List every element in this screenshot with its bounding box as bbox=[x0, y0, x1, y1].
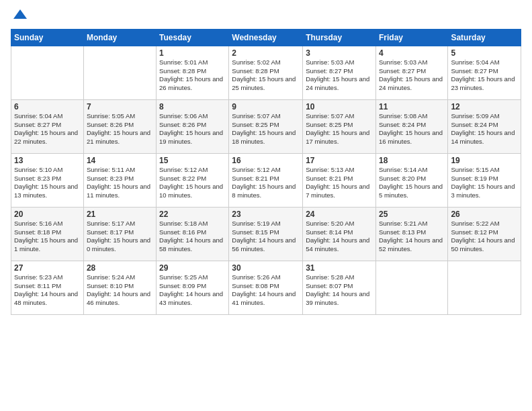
calendar-cell: 21Sunrise: 5:17 AMSunset: 8:17 PMDayligh… bbox=[83, 207, 156, 261]
calendar-cell: 6Sunrise: 5:04 AMSunset: 8:27 PMDaylight… bbox=[11, 99, 84, 153]
calendar-week-row: 27Sunrise: 5:23 AMSunset: 8:11 PMDayligh… bbox=[11, 261, 521, 314]
day-info: Sunrise: 5:12 AMSunset: 8:21 PMDaylight:… bbox=[232, 166, 300, 200]
day-number: 11 bbox=[379, 102, 445, 111]
day-number: 23 bbox=[232, 210, 300, 219]
day-number: 4 bbox=[379, 48, 445, 58]
calendar-cell: 10Sunrise: 5:07 AMSunset: 8:25 PMDayligh… bbox=[303, 99, 376, 153]
calendar-cell bbox=[448, 261, 521, 314]
day-info: Sunrise: 5:26 AMSunset: 8:08 PMDaylight:… bbox=[232, 273, 300, 308]
day-number: 2 bbox=[232, 48, 300, 58]
calendar-cell: 29Sunrise: 5:25 AMSunset: 8:09 PMDayligh… bbox=[157, 261, 229, 314]
day-number: 17 bbox=[306, 156, 373, 165]
day-number: 20 bbox=[14, 210, 81, 219]
calendar-cell: 19Sunrise: 5:15 AMSunset: 8:19 PMDayligh… bbox=[448, 153, 521, 207]
calendar-week-row: 20Sunrise: 5:16 AMSunset: 8:18 PMDayligh… bbox=[11, 207, 521, 261]
day-info: Sunrise: 5:16 AMSunset: 8:18 PMDaylight:… bbox=[14, 220, 81, 254]
calendar-cell: 22Sunrise: 5:18 AMSunset: 8:16 PMDayligh… bbox=[157, 207, 229, 261]
day-info: Sunrise: 5:21 AMSunset: 8:13 PMDaylight:… bbox=[379, 220, 445, 254]
day-info: Sunrise: 5:03 AMSunset: 8:27 PMDaylight:… bbox=[379, 58, 445, 93]
day-info: Sunrise: 5:14 AMSunset: 8:20 PMDaylight:… bbox=[379, 166, 445, 200]
calendar-cell bbox=[11, 46, 84, 99]
day-number: 1 bbox=[159, 48, 226, 58]
header bbox=[11, 8, 521, 24]
calendar-cell: 26Sunrise: 5:22 AMSunset: 8:12 PMDayligh… bbox=[448, 207, 521, 261]
calendar-week-row: 6Sunrise: 5:04 AMSunset: 8:27 PMDaylight… bbox=[11, 99, 521, 153]
day-info: Sunrise: 5:25 AMSunset: 8:09 PMDaylight:… bbox=[159, 273, 226, 308]
calendar-cell: 14Sunrise: 5:11 AMSunset: 8:23 PMDayligh… bbox=[83, 153, 156, 207]
day-info: Sunrise: 5:08 AMSunset: 8:24 PMDaylight:… bbox=[379, 112, 445, 146]
calendar-cell: 4Sunrise: 5:03 AMSunset: 8:27 PMDaylight… bbox=[375, 46, 447, 99]
day-info: Sunrise: 5:15 AMSunset: 8:19 PMDaylight:… bbox=[451, 166, 518, 200]
day-info: Sunrise: 5:07 AMSunset: 8:25 PMDaylight:… bbox=[306, 112, 373, 146]
day-number: 19 bbox=[451, 156, 518, 165]
day-info: Sunrise: 5:22 AMSunset: 8:12 PMDaylight:… bbox=[451, 220, 518, 254]
day-number: 7 bbox=[87, 102, 153, 111]
weekday-header: Tuesday bbox=[157, 29, 229, 46]
day-info: Sunrise: 5:04 AMSunset: 8:27 PMDaylight:… bbox=[451, 58, 518, 93]
day-number: 15 bbox=[159, 156, 226, 165]
day-info: Sunrise: 5:13 AMSunset: 8:21 PMDaylight:… bbox=[306, 166, 373, 200]
day-number: 16 bbox=[232, 156, 300, 165]
day-info: Sunrise: 5:05 AMSunset: 8:26 PMDaylight:… bbox=[87, 112, 153, 146]
day-number: 13 bbox=[14, 156, 81, 165]
day-info: Sunrise: 5:02 AMSunset: 8:28 PMDaylight:… bbox=[232, 58, 300, 93]
weekday-header: Friday bbox=[375, 29, 447, 46]
day-number: 6 bbox=[14, 102, 81, 111]
day-number: 12 bbox=[451, 102, 518, 111]
weekday-header: Thursday bbox=[303, 29, 376, 46]
day-info: Sunrise: 5:28 AMSunset: 8:07 PMDaylight:… bbox=[306, 273, 373, 308]
day-info: Sunrise: 5:12 AMSunset: 8:22 PMDaylight:… bbox=[159, 166, 226, 200]
day-info: Sunrise: 5:09 AMSunset: 8:24 PMDaylight:… bbox=[451, 112, 518, 146]
day-number: 31 bbox=[306, 263, 373, 273]
weekday-header: Wednesday bbox=[229, 29, 303, 46]
day-number: 27 bbox=[14, 263, 81, 273]
calendar-cell: 1Sunrise: 5:01 AMSunset: 8:28 PMDaylight… bbox=[157, 46, 229, 99]
day-number: 5 bbox=[451, 48, 518, 58]
logo-icon bbox=[12, 8, 28, 20]
calendar-cell: 16Sunrise: 5:12 AMSunset: 8:21 PMDayligh… bbox=[229, 153, 303, 207]
weekday-header: Monday bbox=[83, 29, 156, 46]
calendar-header-row: SundayMondayTuesdayWednesdayThursdayFrid… bbox=[11, 29, 521, 46]
calendar-cell: 9Sunrise: 5:07 AMSunset: 8:25 PMDaylight… bbox=[229, 99, 303, 153]
day-number: 29 bbox=[159, 263, 226, 273]
day-number: 21 bbox=[87, 210, 153, 219]
calendar-cell: 15Sunrise: 5:12 AMSunset: 8:22 PMDayligh… bbox=[157, 153, 229, 207]
weekday-header: Sunday bbox=[11, 29, 84, 46]
day-info: Sunrise: 5:18 AMSunset: 8:16 PMDaylight:… bbox=[159, 220, 226, 254]
calendar-cell: 25Sunrise: 5:21 AMSunset: 8:13 PMDayligh… bbox=[375, 207, 447, 261]
calendar-cell: 5Sunrise: 5:04 AMSunset: 8:27 PMDaylight… bbox=[448, 46, 521, 99]
day-number: 18 bbox=[379, 156, 445, 165]
day-number: 28 bbox=[87, 263, 153, 273]
calendar-cell: 13Sunrise: 5:10 AMSunset: 8:23 PMDayligh… bbox=[11, 153, 84, 207]
day-info: Sunrise: 5:17 AMSunset: 8:17 PMDaylight:… bbox=[87, 220, 153, 254]
weekday-header: Saturday bbox=[448, 29, 521, 46]
day-info: Sunrise: 5:04 AMSunset: 8:27 PMDaylight:… bbox=[14, 112, 81, 146]
day-number: 22 bbox=[159, 210, 226, 219]
day-number: 26 bbox=[451, 210, 518, 219]
calendar-cell bbox=[83, 46, 156, 99]
day-number: 30 bbox=[232, 263, 300, 273]
calendar-cell bbox=[375, 261, 447, 314]
calendar-cell: 2Sunrise: 5:02 AMSunset: 8:28 PMDaylight… bbox=[229, 46, 303, 99]
calendar-cell: 18Sunrise: 5:14 AMSunset: 8:20 PMDayligh… bbox=[375, 153, 447, 207]
day-number: 10 bbox=[306, 102, 373, 111]
day-info: Sunrise: 5:07 AMSunset: 8:25 PMDaylight:… bbox=[232, 112, 300, 146]
calendar-cell: 8Sunrise: 5:06 AMSunset: 8:26 PMDaylight… bbox=[157, 99, 229, 153]
svg-marker-0 bbox=[13, 9, 27, 19]
day-info: Sunrise: 5:24 AMSunset: 8:10 PMDaylight:… bbox=[87, 273, 153, 308]
calendar-cell: 30Sunrise: 5:26 AMSunset: 8:08 PMDayligh… bbox=[229, 261, 303, 314]
day-info: Sunrise: 5:11 AMSunset: 8:23 PMDaylight:… bbox=[87, 166, 153, 200]
day-info: Sunrise: 5:20 AMSunset: 8:14 PMDaylight:… bbox=[306, 220, 373, 254]
day-info: Sunrise: 5:06 AMSunset: 8:26 PMDaylight:… bbox=[159, 112, 226, 146]
day-number: 25 bbox=[379, 210, 445, 219]
calendar-cell: 3Sunrise: 5:03 AMSunset: 8:27 PMDaylight… bbox=[303, 46, 376, 99]
calendar-cell: 7Sunrise: 5:05 AMSunset: 8:26 PMDaylight… bbox=[83, 99, 156, 153]
day-info: Sunrise: 5:10 AMSunset: 8:23 PMDaylight:… bbox=[14, 166, 81, 200]
calendar-cell: 24Sunrise: 5:20 AMSunset: 8:14 PMDayligh… bbox=[303, 207, 376, 261]
day-number: 3 bbox=[306, 48, 373, 58]
calendar: SundayMondayTuesdayWednesdayThursdayFrid… bbox=[11, 29, 521, 315]
calendar-cell: 31Sunrise: 5:28 AMSunset: 8:07 PMDayligh… bbox=[303, 261, 376, 314]
calendar-cell: 28Sunrise: 5:24 AMSunset: 8:10 PMDayligh… bbox=[83, 261, 156, 314]
calendar-cell: 23Sunrise: 5:19 AMSunset: 8:15 PMDayligh… bbox=[229, 207, 303, 261]
logo bbox=[11, 8, 28, 24]
